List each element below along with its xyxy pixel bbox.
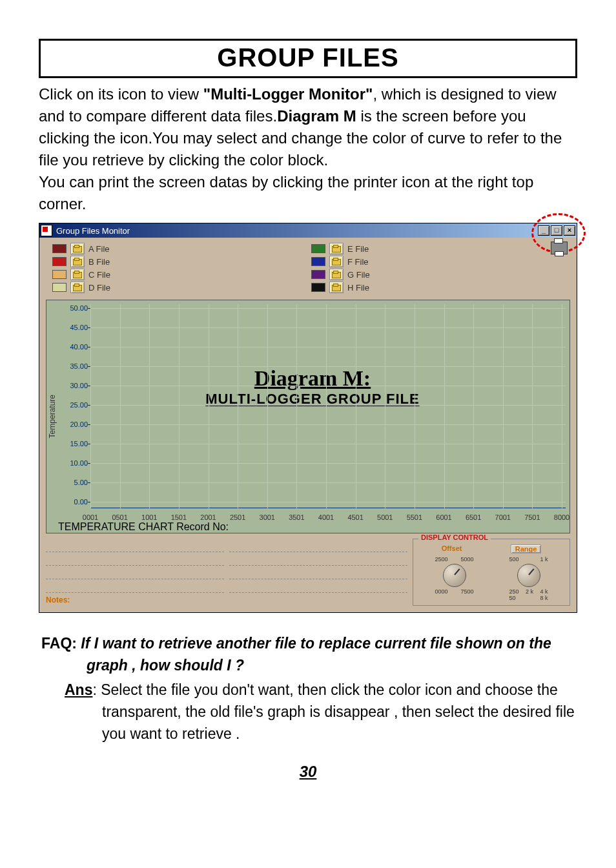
y-tick: 30.00: [59, 382, 88, 389]
x-tick: 3001: [260, 513, 275, 521]
x-tick: 1501: [171, 513, 187, 521]
y-tick: 50.00: [59, 304, 88, 312]
close-button[interactable]: ×: [564, 225, 575, 236]
chart-area[interactable]: Temperature Diagram M: MULTI-LOGGER GROU…: [46, 300, 570, 533]
range-knob[interactable]: 500 1 k 250 2 k 4 k 50 8 k: [509, 556, 548, 601]
faq-answer: Ans: Select the file you don't want, the…: [41, 679, 577, 745]
info-row: [229, 555, 407, 566]
grid-line: [267, 304, 268, 508]
info-row: [229, 582, 407, 593]
info-fields-mid: [229, 539, 407, 606]
maximize-button[interactable]: □: [551, 225, 562, 236]
offset-knob[interactable]: 2500 5000 0000 7500: [435, 556, 474, 601]
open-file-icon[interactable]: [70, 243, 85, 254]
notes-label: Notes:: [46, 595, 224, 604]
app-window: Group Files Monitor _ □ × A File B File …: [39, 223, 577, 613]
info-row: [46, 582, 224, 593]
grid-line: [473, 304, 474, 508]
grid-line: [90, 308, 566, 309]
grid-line: [90, 347, 566, 347]
color-block[interactable]: [52, 270, 67, 279]
p1-b1: "Multi-Logger Monitor": [203, 85, 373, 103]
window-titlebar[interactable]: Group Files Monitor _ □ ×: [39, 223, 577, 238]
x-tick: 7001: [495, 513, 511, 521]
file-item-a[interactable]: A File: [52, 243, 311, 254]
file-item-e[interactable]: E File: [311, 243, 570, 254]
faq-answer-text: : Select the file you don't want, then c…: [92, 681, 574, 742]
info-row: [46, 568, 224, 579]
y-tick: 15.00: [59, 440, 88, 448]
color-block[interactable]: [311, 244, 325, 253]
file-item-c[interactable]: C File: [52, 269, 311, 280]
open-file-icon[interactable]: [329, 243, 344, 254]
chart-title-label: TEMPERATURE CHART: [58, 521, 174, 532]
x-axis-label: Record No:: [176, 521, 229, 532]
file-col-left: A File B File C File D File: [52, 242, 311, 294]
offset-label: Offset: [442, 544, 462, 553]
grid-line: [90, 463, 566, 464]
y-tick: 10.00: [59, 459, 88, 467]
color-block[interactable]: [52, 283, 67, 292]
tick: 7500: [460, 588, 473, 595]
info-row: [46, 541, 224, 552]
app-icon: [41, 225, 52, 236]
grid-line: [444, 304, 445, 508]
open-file-icon[interactable]: [329, 269, 344, 280]
knob-dial[interactable]: [517, 564, 540, 587]
open-file-icon[interactable]: [329, 256, 344, 267]
info-row: [229, 541, 407, 552]
grid-line: [296, 304, 297, 508]
file-label: C File: [88, 270, 110, 280]
open-file-icon[interactable]: [329, 282, 344, 293]
tick: 250: [509, 588, 519, 595]
x-tick: 3501: [289, 513, 304, 521]
minimize-button[interactable]: _: [538, 225, 549, 236]
x-tick: 6001: [436, 513, 451, 521]
color-block[interactable]: [311, 283, 325, 292]
display-control-title: DISPLAY CONTROL: [418, 533, 491, 541]
display-control-panel: DISPLAY CONTROL Offset Range 2500 5000 0…: [413, 539, 570, 606]
file-item-f[interactable]: F File: [311, 256, 570, 267]
x-tick: 7501: [524, 513, 540, 521]
range-button[interactable]: Range: [511, 544, 542, 553]
info-fields-left: Notes:: [46, 539, 224, 606]
grid-line: [415, 304, 415, 508]
color-block[interactable]: [311, 270, 325, 279]
faq-block: FAQ: If I want to retrieve another file …: [39, 632, 577, 745]
x-axis-line: [90, 508, 566, 508]
x-tick: 0001: [83, 513, 98, 521]
color-block[interactable]: [52, 244, 67, 253]
color-block[interactable]: [311, 257, 325, 266]
y-tick: 40.00: [59, 343, 88, 351]
grid-line: [385, 304, 385, 508]
open-file-icon[interactable]: [70, 269, 85, 280]
y-tick: 35.00: [59, 362, 88, 370]
grid-line: [356, 304, 356, 508]
grid-line: [503, 304, 504, 508]
info-row: [229, 568, 407, 579]
file-item-g[interactable]: G File: [311, 269, 570, 280]
knob-dial[interactable]: [443, 564, 466, 587]
page-title-box: GROUP FILES: [39, 39, 577, 78]
x-tick: 2501: [230, 513, 245, 521]
file-item-b[interactable]: B File: [52, 256, 311, 267]
open-file-icon[interactable]: [70, 256, 85, 267]
y-tick: 20.00: [59, 420, 88, 428]
open-file-icon[interactable]: [70, 282, 85, 293]
grid-line: [90, 327, 566, 328]
tick: 5000: [460, 556, 473, 563]
tick: 2500: [435, 556, 448, 563]
file-item-d[interactable]: D File: [52, 282, 311, 293]
grid-line: [90, 304, 91, 508]
file-item-h[interactable]: H File: [311, 282, 570, 293]
faq-question: FAQ: If I want to retrieve another file …: [41, 632, 577, 676]
grid-line: [90, 444, 566, 444]
grid-line: [532, 304, 533, 508]
file-label: A File: [88, 244, 110, 254]
x-tick: 0501: [112, 513, 127, 521]
plot-wrap: Diagram M: MULTI-LOGGER GROUP FILE 50.00…: [58, 300, 570, 533]
plot[interactable]: Diagram M: MULTI-LOGGER GROUP FILE 50.00…: [59, 304, 566, 521]
color-block[interactable]: [52, 257, 67, 266]
printer-icon[interactable]: [551, 242, 568, 254]
grid-line: [90, 366, 566, 367]
